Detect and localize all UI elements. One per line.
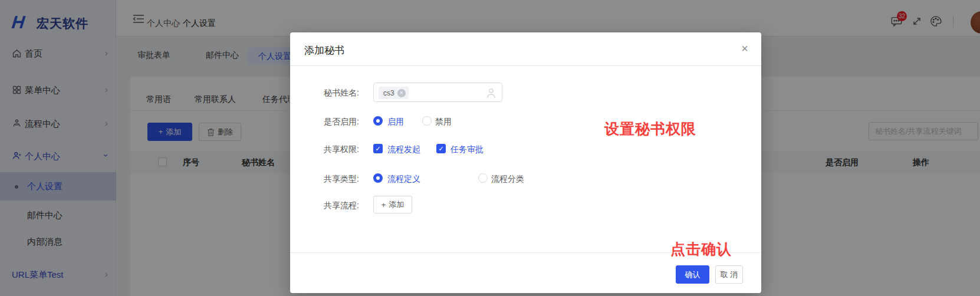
field-label-share-flow: 共享流程:	[324, 200, 377, 211]
radio-label-flow-category[interactable]: 流程分类	[491, 174, 524, 185]
annotation-set-permission: 设置秘书权限	[604, 119, 696, 139]
field-label-secretary-name: 秘书姓名:	[324, 88, 377, 98]
radio-flow-category[interactable]	[478, 173, 488, 183]
radio-flow-definition[interactable]	[373, 173, 383, 183]
flow-add-button[interactable]: + 添加	[373, 196, 412, 213]
modal-title: 添加秘书	[304, 44, 344, 57]
modal-header-divider	[290, 65, 761, 66]
app-root: H 宏天软件 首页 › 菜单中心 › 流程中心 ›	[0, 0, 980, 296]
plus-icon: +	[382, 200, 386, 209]
radio-label-flow-definition[interactable]: 流程定义	[387, 174, 420, 185]
checkbox-task-approval[interactable]: ✓	[436, 144, 446, 153]
selected-user-tag: cs3 ×	[379, 87, 409, 99]
radio-label-enabled-on[interactable]: 启用	[387, 117, 404, 127]
secretary-name-input[interactable]: cs3 ×	[373, 83, 502, 102]
annotation-click-confirm: 点击确认	[670, 239, 732, 259]
checkbox-flow-initiate[interactable]: ✓	[373, 144, 383, 153]
tag-remove-icon[interactable]: ×	[397, 89, 406, 97]
close-icon[interactable]: ×	[741, 42, 748, 54]
field-label-share-type: 共享类型:	[324, 174, 377, 185]
person-icon	[486, 88, 496, 98]
cancel-button[interactable]: 取 消	[715, 265, 743, 284]
radio-label-enabled-off[interactable]: 禁用	[435, 117, 452, 127]
field-label-share-permission: 共享权限:	[324, 144, 377, 155]
confirm-button[interactable]: 确认	[676, 265, 709, 284]
radio-enabled-off[interactable]	[422, 116, 432, 126]
checkbox-label-task-approval[interactable]: 任务审批	[450, 144, 484, 155]
field-label-enabled: 是否启用:	[324, 117, 377, 127]
radio-enabled-on[interactable]	[373, 116, 383, 126]
flow-add-button-label: 添加	[389, 199, 404, 210]
checkbox-label-flow-initiate[interactable]: 流程发起	[387, 144, 420, 155]
tag-label: cs3	[383, 89, 394, 97]
